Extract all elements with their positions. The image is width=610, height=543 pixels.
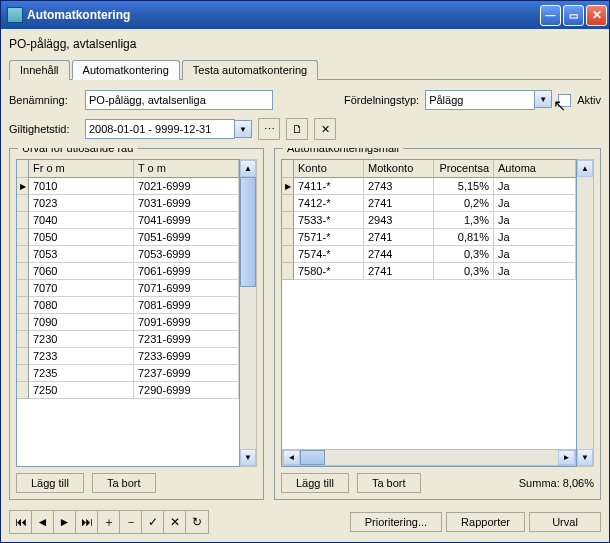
right-panel: Automatkonteringsmall Konto Motkonto Pro… [274, 148, 601, 500]
nav-cancel-icon[interactable]: ✕ [164, 511, 186, 533]
close-button[interactable]: ✕ [586, 5, 607, 26]
table-row[interactable]: 70407041-6999 [17, 212, 239, 229]
label-benamning: Benämning: [9, 94, 79, 106]
delete-button[interactable]: ✕ [314, 118, 336, 140]
left-panel-title: Urval för utlösande rad [18, 148, 137, 154]
table-row[interactable]: 7412-*27410,2%Ja [282, 195, 576, 212]
table-row[interactable]: 70507051-6999 [17, 229, 239, 246]
table-row[interactable]: 70807081-6999 [17, 297, 239, 314]
nav-del-icon[interactable]: － [120, 511, 142, 533]
record-navigator: ⏮ ◄ ► ⏭ ＋ － ✓ ✕ ↻ [9, 510, 209, 534]
nav-add-icon[interactable]: ＋ [98, 511, 120, 533]
urval-button[interactable]: Urval [529, 512, 601, 532]
fordelningstyp-select[interactable]: ▼ ↖ [425, 90, 552, 110]
chevron-down-icon[interactable]: ▼ [535, 90, 552, 108]
vscrollbar[interactable]: ▲ ▼ [577, 159, 594, 467]
page-heading: PO-pålägg, avtalsenliga [9, 35, 601, 55]
titlebar: Automatkontering — ▭ ✕ [1, 1, 609, 29]
tab-testa[interactable]: Testa automatkontering [182, 60, 318, 80]
chevron-down-icon[interactable]: ▼ [235, 120, 252, 138]
label-giltighetstid: Giltighetstid: [9, 123, 79, 135]
left-panel: Urval för utlösande rad Fr o m T o m ▶70… [9, 148, 264, 500]
scroll-down-icon[interactable]: ▼ [240, 449, 256, 466]
label-aktiv: Aktiv [577, 94, 601, 106]
table-row[interactable]: 70537053-6999 [17, 246, 239, 263]
scroll-down-icon[interactable]: ▼ [577, 449, 593, 466]
table-row[interactable]: 72307231-6999 [17, 331, 239, 348]
left-add-button[interactable]: Lägg till [16, 473, 84, 493]
col-motkonto[interactable]: Motkonto [364, 160, 434, 178]
tab-innehall[interactable]: Innehåll [9, 60, 70, 80]
nav-first-icon[interactable]: ⏮ [10, 511, 32, 533]
table-row[interactable]: ▶7411-*27435,15%Ja [282, 178, 576, 195]
minimize-button[interactable]: — [540, 5, 561, 26]
scroll-left-icon[interactable]: ◄ [283, 450, 300, 465]
col-from[interactable]: Fr o m [29, 160, 134, 178]
hscrollbar[interactable]: ◄ ► [282, 449, 576, 466]
table-row[interactable]: 72337233-6999 [17, 348, 239, 365]
table-row[interactable]: 7571-*27410,81%Ja [282, 229, 576, 246]
table-row[interactable]: ▶70107021-6999 [17, 178, 239, 195]
tab-automatkontering[interactable]: Automatkontering [72, 60, 180, 80]
maximize-button[interactable]: ▭ [563, 5, 584, 26]
app-icon [7, 7, 23, 23]
left-grid[interactable]: Fr o m T o m ▶70107021-699970237031-6999… [16, 159, 240, 467]
new-button[interactable]: 🗋 [286, 118, 308, 140]
window-title: Automatkontering [27, 8, 540, 22]
right-grid[interactable]: Konto Motkonto Procentsa Automa ▶7411-*2… [281, 159, 577, 467]
scroll-up-icon[interactable]: ▲ [577, 160, 593, 177]
scroll-right-icon[interactable]: ► [558, 450, 575, 465]
vscrollbar[interactable]: ▲ ▼ [240, 159, 257, 467]
table-row[interactable]: 70607061-6999 [17, 263, 239, 280]
rapporter-button[interactable]: Rapporter [446, 512, 525, 532]
table-row[interactable]: 70237031-6999 [17, 195, 239, 212]
label-fordelningstyp: Fördelningstyp: [344, 94, 419, 106]
nav-refresh-icon[interactable]: ↻ [186, 511, 208, 533]
benamning-input[interactable] [85, 90, 273, 110]
summa-label: Summa: 8,06% [519, 477, 594, 489]
nav-next-icon[interactable]: ► [54, 511, 76, 533]
left-remove-button[interactable]: Ta bort [92, 473, 156, 493]
table-row[interactable]: 7533-*29431,3%Ja [282, 212, 576, 229]
table-row[interactable]: 72507290-6999 [17, 382, 239, 399]
col-to[interactable]: T o m [134, 160, 239, 178]
nav-prev-icon[interactable]: ◄ [32, 511, 54, 533]
right-panel-title: Automatkonteringsmall [283, 148, 403, 154]
nav-last-icon[interactable]: ⏭ [76, 511, 98, 533]
scroll-up-icon[interactable]: ▲ [240, 160, 256, 177]
table-row[interactable]: 7574-*27440,3%Ja [282, 246, 576, 263]
table-row[interactable]: 70707071-6999 [17, 280, 239, 297]
aktiv-checkbox[interactable] [558, 94, 571, 107]
table-row[interactable]: 7580-*27410,3%Ja [282, 263, 576, 280]
col-procent[interactable]: Procentsa [434, 160, 494, 178]
right-add-button[interactable]: Lägg till [281, 473, 349, 493]
giltighetstid-combo[interactable]: ▼ [85, 119, 252, 139]
right-remove-button[interactable]: Ta bort [357, 473, 421, 493]
col-konto[interactable]: Konto [294, 160, 364, 178]
ellipsis-button[interactable]: ⋯ [258, 118, 280, 140]
prioritering-button[interactable]: Prioritering... [350, 512, 442, 532]
table-row[interactable]: 72357237-6999 [17, 365, 239, 382]
col-automat[interactable]: Automa [494, 160, 576, 178]
tab-bar: Innehåll Automatkontering Testa automatk… [9, 59, 601, 80]
table-row[interactable]: 70907091-6999 [17, 314, 239, 331]
nav-ok-icon[interactable]: ✓ [142, 511, 164, 533]
